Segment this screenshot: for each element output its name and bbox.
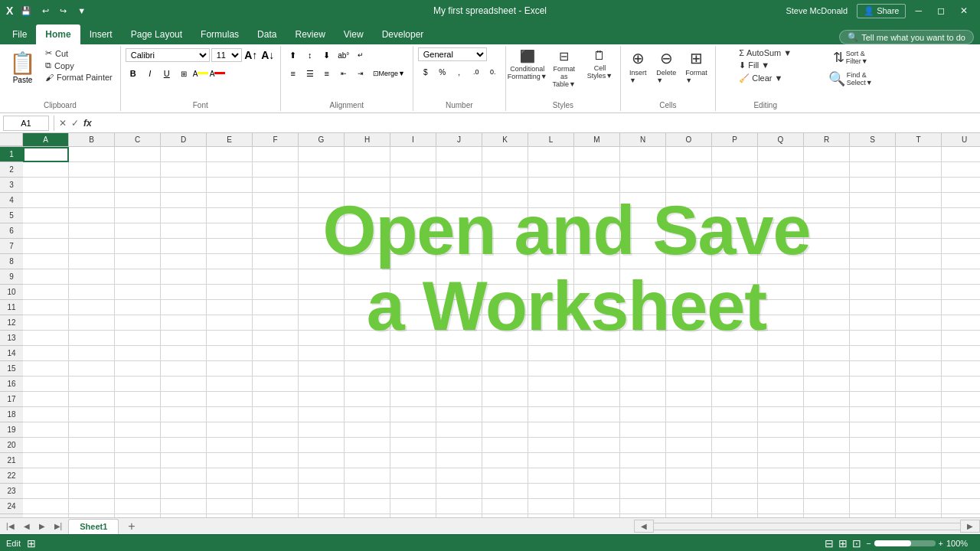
list-item[interactable] <box>345 453 390 468</box>
delete-button[interactable]: ⊖ Delete▼ <box>653 47 679 86</box>
list-item[interactable] <box>850 300 896 315</box>
list-item[interactable] <box>115 147 161 162</box>
list-item[interactable] <box>896 208 942 223</box>
format-button[interactable]: ⊞ Format▼ <box>682 47 710 86</box>
list-item[interactable] <box>666 407 712 422</box>
formula-input[interactable] <box>95 116 977 131</box>
list-item[interactable] <box>804 223 850 239</box>
list-item[interactable] <box>666 300 712 315</box>
list-item[interactable] <box>942 346 980 361</box>
list-item[interactable] <box>712 162 758 178</box>
list-item[interactable] <box>574 438 620 453</box>
list-item[interactable] <box>390 315 436 331</box>
list-item[interactable] <box>115 285 161 300</box>
list-item[interactable] <box>528 331 574 346</box>
page-break-view-button[interactable]: ⊡ <box>852 537 861 549</box>
list-item[interactable] <box>299 178 345 193</box>
list-item[interactable] <box>390 453 436 468</box>
list-item[interactable] <box>436 377 482 392</box>
list-item[interactable] <box>528 484 574 499</box>
list-item[interactable] <box>850 422 896 438</box>
list-item[interactable] <box>436 407 482 422</box>
list-item[interactable] <box>436 453 482 468</box>
wrap-text-button[interactable]: ↵ <box>353 47 368 63</box>
list-item[interactable] <box>207 484 253 499</box>
list-item[interactable] <box>115 499 161 514</box>
list-item[interactable] <box>482 285 528 300</box>
list-item[interactable] <box>23 346 69 361</box>
list-item[interactable] <box>574 178 620 193</box>
list-item[interactable] <box>666 468 712 484</box>
list-item[interactable] <box>620 438 666 453</box>
list-item[interactable] <box>115 453 161 468</box>
list-item[interactable] <box>345 468 390 484</box>
list-item[interactable] <box>942 193 980 208</box>
list-item[interactable] <box>482 269 528 285</box>
list-item[interactable] <box>574 269 620 285</box>
list-item[interactable] <box>161 178 207 193</box>
list-item[interactable] <box>482 484 528 499</box>
list-item[interactable] <box>850 346 896 361</box>
list-item[interactable] <box>115 239 161 254</box>
list-item[interactable] <box>574 285 620 300</box>
row-header-24[interactable]: 24 <box>0 499 23 514</box>
list-item[interactable] <box>253 193 299 208</box>
list-item[interactable] <box>23 484 69 499</box>
list-item[interactable] <box>942 453 980 468</box>
list-item[interactable] <box>345 193 390 208</box>
col-header-s[interactable]: S <box>850 133 896 146</box>
list-item[interactable] <box>712 285 758 300</box>
list-item[interactable] <box>574 239 620 254</box>
list-item[interactable] <box>23 315 69 331</box>
list-item[interactable] <box>942 162 980 178</box>
increase-font-button[interactable]: A↑ <box>243 47 259 63</box>
list-item[interactable] <box>115 361 161 377</box>
list-item[interactable] <box>436 331 482 346</box>
italic-button[interactable]: I <box>142 66 158 81</box>
list-item[interactable] <box>758 269 804 285</box>
list-item[interactable] <box>207 468 253 484</box>
list-item[interactable] <box>345 239 390 254</box>
list-item[interactable] <box>804 315 850 331</box>
list-item[interactable] <box>390 208 436 223</box>
list-item[interactable] <box>115 254 161 269</box>
percent-button[interactable]: % <box>435 64 450 80</box>
list-item[interactable] <box>574 346 620 361</box>
list-item[interactable] <box>666 239 712 254</box>
list-item[interactable] <box>436 300 482 315</box>
list-item[interactable] <box>482 346 528 361</box>
list-item[interactable] <box>804 285 850 300</box>
comma-button[interactable]: , <box>452 64 467 80</box>
list-item[interactable] <box>253 223 299 239</box>
list-item[interactable] <box>299 193 345 208</box>
list-item[interactable] <box>942 300 980 315</box>
list-item[interactable] <box>390 269 436 285</box>
list-item[interactable] <box>574 422 620 438</box>
list-item[interactable] <box>758 484 804 499</box>
list-item[interactable] <box>436 269 482 285</box>
list-item[interactable] <box>23 162 69 178</box>
list-item[interactable] <box>574 162 620 178</box>
list-item[interactable] <box>896 162 942 178</box>
list-item[interactable] <box>942 223 980 239</box>
list-item[interactable] <box>390 300 436 315</box>
list-item[interactable] <box>574 223 620 239</box>
list-item[interactable] <box>115 468 161 484</box>
list-item[interactable] <box>390 223 436 239</box>
list-item[interactable] <box>620 285 666 300</box>
list-item[interactable] <box>482 468 528 484</box>
scroll-right-button[interactable]: ▶ <box>960 520 980 533</box>
list-item[interactable] <box>804 377 850 392</box>
list-item[interactable] <box>620 377 666 392</box>
row-header-17[interactable]: 17 <box>0 392 23 407</box>
list-item[interactable] <box>345 331 390 346</box>
list-item[interactable] <box>850 361 896 377</box>
list-item[interactable] <box>345 269 390 285</box>
list-item[interactable] <box>896 468 942 484</box>
list-item[interactable] <box>666 147 712 162</box>
list-item[interactable] <box>23 300 69 315</box>
list-item[interactable] <box>712 361 758 377</box>
list-item[interactable] <box>299 346 345 361</box>
insert-function-icon[interactable]: fx <box>83 118 92 129</box>
list-item[interactable] <box>345 346 390 361</box>
